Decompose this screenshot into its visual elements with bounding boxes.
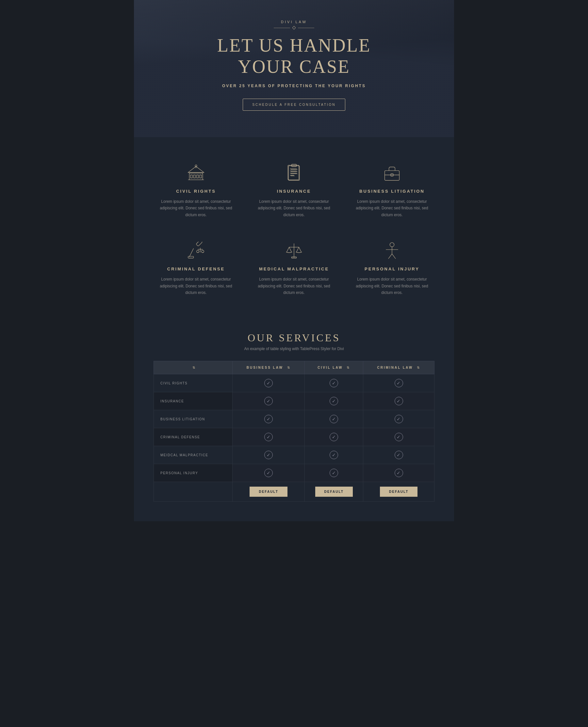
service-title-civil-rights: CIVIL RIGHTS — [157, 189, 235, 194]
check-icon: ✓ — [264, 469, 273, 477]
table-btn-cell-business: DEFAULT — [233, 482, 305, 501]
table-btn-cell-empty — [154, 482, 233, 501]
check-cell: ✓ — [305, 428, 363, 446]
svg-rect-14 — [288, 165, 299, 180]
document-icon — [284, 163, 304, 183]
svg-rect-2 — [194, 175, 196, 178]
table-header-business-law: BUSINESS LAW ⇅ — [233, 361, 305, 374]
row-label-medical-malpractice: MEIDCAL MALPRACTICE — [154, 446, 233, 464]
svg-line-35 — [299, 247, 301, 252]
check-cell: ✓ — [305, 446, 363, 464]
svg-line-33 — [289, 247, 291, 252]
svg-rect-19 — [292, 164, 297, 167]
scales-gavel-icon — [186, 241, 206, 261]
cta-button[interactable]: SCHEDULE A FREE CONSULTATION — [243, 99, 345, 111]
table-row: MEIDCAL MALPRACTICE ✓ ✓ ✓ — [154, 446, 435, 464]
service-desc-civil-rights: Lorem ipsum dolor sit amet, consectetur … — [157, 198, 235, 218]
row-label-personal-injury: PERSONAL INJURY — [154, 464, 233, 482]
service-desc-criminal-defense: Lorem ipsum dolor sit amet, consectetur … — [157, 276, 235, 296]
check-cell: ✓ — [305, 410, 363, 428]
service-title-insurance: INSURANCE — [255, 189, 333, 194]
row-label-criminal-defense: CRIMINAL DEFENSE — [154, 428, 233, 446]
hero-subtitle: OVER 25 YEARS OF PROTECTING THE YOUR RIG… — [217, 84, 371, 88]
service-desc-business-litigation: Lorem ipsum dolor sit amet, consectetur … — [353, 198, 431, 218]
service-item-business-litigation: BUSINESS LITIGATION Lorem ipsum dolor si… — [350, 160, 435, 221]
check-cell: ✓ — [363, 410, 435, 428]
sort-icon-business-law[interactable]: ⇅ — [287, 366, 291, 369]
divider-line-right — [298, 28, 314, 28]
scales-icon — [284, 241, 304, 261]
svg-rect-0 — [189, 173, 203, 180]
svg-point-28 — [197, 250, 199, 253]
check-cell: ✓ — [233, 392, 305, 410]
sort-icon-criminal-law[interactable]: ⇅ — [417, 366, 420, 369]
table-section: OUR SERVICES An example of table styling… — [134, 319, 454, 521]
hero-content: DIVI LAW LET US HANDLE YOUR CASE OVER 25… — [217, 20, 371, 111]
services-table: ⇅ BUSINESS LAW ⇅ CIVIL LAW ⇅ CRIMINAL LA… — [153, 361, 435, 501]
check-icon: ✓ — [264, 433, 273, 441]
hero-title: LET US HANDLE YOUR CASE — [217, 35, 371, 77]
check-icon: ✓ — [330, 415, 338, 423]
svg-point-37 — [390, 243, 394, 247]
default-button-criminal[interactable]: DEFAULT — [380, 487, 418, 497]
table-row: PERSONAL INJURY ✓ ✓ ✓ — [154, 464, 435, 482]
table-header-civil-law: CIVIL LAW ⇅ — [305, 361, 363, 374]
check-icon: ✓ — [395, 469, 403, 477]
table-header-row: ⇅ BUSINESS LAW ⇅ CIVIL LAW ⇅ CRIMINAL LA… — [154, 361, 435, 374]
svg-line-32 — [287, 247, 289, 252]
divider-diamond — [292, 26, 296, 29]
hero-title-line1: LET US HANDLE — [217, 35, 371, 56]
svg-line-24 — [189, 249, 193, 257]
table-header-business-law-label: BUSINESS LAW — [247, 366, 283, 369]
services-grid: CIVIL RIGHTS Lorem ipsum dolor sit amet,… — [153, 160, 435, 299]
hero-title-line2: YOUR CASE — [238, 57, 350, 77]
check-cell: ✓ — [363, 392, 435, 410]
table-header-empty: ⇅ — [154, 361, 233, 374]
brand-name: DIVI LAW — [217, 20, 371, 24]
check-cell: ✓ — [305, 392, 363, 410]
svg-rect-3 — [197, 175, 198, 178]
default-button-business[interactable]: DEFAULT — [250, 487, 287, 497]
check-icon: ✓ — [395, 451, 403, 459]
check-icon: ✓ — [395, 415, 403, 423]
svg-rect-4 — [200, 175, 202, 178]
check-icon: ✓ — [395, 397, 403, 405]
services-grid-section: CIVIL RIGHTS Lorem ipsum dolor sit amet,… — [134, 137, 454, 319]
divider-line-left — [274, 28, 290, 28]
service-desc-insurance: Lorem ipsum dolor sit amet, consectetur … — [255, 198, 333, 218]
check-icon: ✓ — [395, 379, 403, 387]
check-cell: ✓ — [363, 428, 435, 446]
person-icon — [382, 241, 402, 261]
svg-point-29 — [202, 250, 204, 253]
svg-line-41 — [392, 254, 396, 259]
table-button-row: DEFAULT DEFAULT DEFAULT — [154, 482, 435, 501]
check-cell: ✓ — [305, 374, 363, 392]
check-cell: ✓ — [233, 464, 305, 482]
check-cell: ✓ — [233, 446, 305, 464]
check-cell: ✓ — [233, 374, 305, 392]
check-cell: ✓ — [233, 410, 305, 428]
service-desc-personal-injury: Lorem ipsum dolor sit amet, consectetur … — [353, 276, 431, 296]
check-cell: ✓ — [233, 428, 305, 446]
check-icon: ✓ — [330, 451, 338, 459]
check-icon: ✓ — [264, 397, 273, 405]
service-item-insurance: INSURANCE Lorem ipsum dolor sit amet, co… — [252, 160, 336, 221]
check-cell: ✓ — [305, 464, 363, 482]
default-button-civil[interactable]: DEFAULT — [315, 487, 353, 497]
hero-section: DIVI LAW LET US HANDLE YOUR CASE OVER 25… — [134, 0, 454, 137]
sort-icon-empty[interactable]: ⇅ — [192, 366, 196, 369]
table-header-criminal-law: CRIMINAL LAW ⇅ — [363, 361, 435, 374]
check-icon: ✓ — [330, 397, 338, 405]
row-label-business-litigation: BUSINESS LITIGATION — [154, 410, 233, 428]
sort-icon-civil-law[interactable]: ⇅ — [346, 366, 350, 369]
service-desc-medical-malpractice: Lorem ipsum dolor sit amet, consectetur … — [255, 276, 333, 296]
table-header-civil-law-label: CIVIL LAW — [317, 366, 343, 369]
check-icon: ✓ — [330, 469, 338, 477]
table-row: CRIMINAL DEFENSE ✓ ✓ ✓ — [154, 428, 435, 446]
table-row: BUSINESS LITIGATION ✓ ✓ ✓ — [154, 410, 435, 428]
svg-line-40 — [388, 254, 392, 259]
svg-rect-25 — [188, 256, 194, 258]
table-row: INSURANCE ✓ ✓ ✓ — [154, 392, 435, 410]
service-item-medical-malpractice: MEDICAL MALPRACTICE Lorem ipsum dolor si… — [252, 238, 336, 299]
table-btn-cell-criminal: DEFAULT — [363, 482, 435, 501]
